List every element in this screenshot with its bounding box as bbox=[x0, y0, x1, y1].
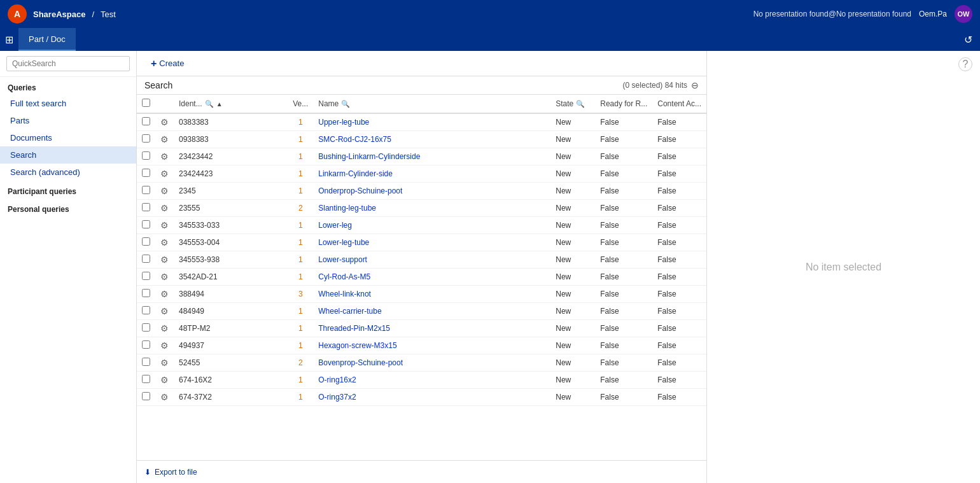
topbar-left: A ShareAspace / Test bbox=[8, 4, 116, 24]
export-button[interactable]: ⬇ Export to file bbox=[144, 468, 197, 477]
row-name[interactable]: Lower-leg bbox=[313, 217, 550, 234]
row-gear-button[interactable]: ⚙ bbox=[160, 255, 169, 265]
row-name[interactable]: O-ring16x2 bbox=[313, 372, 550, 389]
th-content-label: Content Ac... bbox=[657, 99, 701, 108]
row-checkbox[interactable] bbox=[142, 169, 150, 177]
row-name[interactable]: Wheel-carrier-tube bbox=[313, 303, 550, 320]
quicksearch-input[interactable] bbox=[6, 56, 130, 71]
sidebar-item-full-text-search[interactable]: Full text search bbox=[0, 95, 136, 112]
sidebar-item-label: Full text search bbox=[10, 99, 66, 108]
row-gear-button[interactable]: ⚙ bbox=[160, 117, 169, 127]
th-name[interactable]: Name 🔍 bbox=[313, 95, 550, 113]
row-checkbox[interactable] bbox=[142, 358, 150, 366]
row-checkbox[interactable] bbox=[142, 203, 150, 211]
row-name[interactable]: SMC-Rod-CJ2-16x75 bbox=[313, 131, 550, 148]
row-name[interactable]: Upper-leg-tube bbox=[313, 113, 550, 131]
row-checkbox[interactable] bbox=[142, 306, 150, 314]
row-gear-button[interactable]: ⚙ bbox=[160, 220, 169, 230]
row-ver: 1 bbox=[288, 234, 313, 251]
row-name[interactable]: Slanting-leg-tube bbox=[313, 200, 550, 217]
row-gear-button[interactable]: ⚙ bbox=[160, 392, 169, 402]
row-ident: 0938383 bbox=[174, 131, 288, 148]
row-name[interactable]: Wheel-link-knot bbox=[313, 286, 550, 303]
row-name[interactable]: Linkarm-Cylinder-side bbox=[313, 165, 550, 183]
row-gear-cell: ⚙ bbox=[155, 113, 174, 131]
row-name[interactable]: Hexagon-screw-M3x15 bbox=[313, 337, 550, 354]
app-logo[interactable]: A bbox=[8, 4, 27, 24]
main-layout: Queries Full text search Parts Documents… bbox=[0, 51, 980, 483]
th-ident[interactable]: Ident... 🔍 ▲ bbox=[174, 95, 288, 113]
th-ver[interactable]: Ve... bbox=[288, 95, 313, 113]
create-button[interactable]: + Create bbox=[144, 55, 190, 72]
row-name[interactable]: Threaded-Pin-M2x15 bbox=[313, 320, 550, 337]
row-checkbox[interactable] bbox=[142, 134, 150, 143]
row-name[interactable]: Bushing-Linkarm-Cylinderside bbox=[313, 148, 550, 165]
table-row: ⚙ 494937 1 Hexagon-screw-M3x15 New False… bbox=[137, 337, 706, 354]
sidebar-item-search[interactable]: Search bbox=[0, 146, 136, 164]
sidebar-item-parts[interactable]: Parts bbox=[0, 112, 136, 129]
row-state: New bbox=[550, 337, 595, 354]
row-checkbox[interactable] bbox=[142, 220, 150, 228]
row-checkbox[interactable] bbox=[142, 272, 150, 280]
hits-text: (0 selected) 84 hits bbox=[623, 81, 687, 90]
help-icon[interactable]: ? bbox=[958, 57, 972, 71]
row-name[interactable]: Onderprop-Schuine-poot bbox=[313, 183, 550, 200]
row-checkbox[interactable] bbox=[142, 117, 150, 125]
row-gear-button[interactable]: ⚙ bbox=[160, 358, 169, 368]
row-name[interactable]: O-ring37x2 bbox=[313, 389, 550, 406]
row-ready: False bbox=[595, 337, 652, 354]
row-checkbox[interactable] bbox=[142, 340, 150, 349]
row-gear-button[interactable]: ⚙ bbox=[160, 169, 169, 179]
row-checkbox[interactable] bbox=[142, 255, 150, 263]
search-icon-state[interactable]: 🔍 bbox=[576, 100, 585, 108]
row-gear-button[interactable]: ⚙ bbox=[160, 203, 169, 213]
row-checkbox[interactable] bbox=[142, 186, 150, 194]
sidebar-item-search-advanced[interactable]: Search (advanced) bbox=[0, 164, 136, 181]
row-checkbox[interactable] bbox=[142, 323, 150, 332]
row-name[interactable]: Bovenprop-Schuine-poot bbox=[313, 354, 550, 372]
row-gear-button[interactable]: ⚙ bbox=[160, 272, 169, 282]
row-gear-button[interactable]: ⚙ bbox=[160, 134, 169, 144]
row-gear-button[interactable]: ⚙ bbox=[160, 323, 169, 333]
topbar: A ShareAspace / Test No presentation fou… bbox=[0, 0, 980, 28]
row-name[interactable]: Lower-support bbox=[313, 251, 550, 269]
row-ver: 1 bbox=[288, 251, 313, 269]
search-icon-name[interactable]: 🔍 bbox=[341, 100, 350, 108]
user-avatar[interactable]: OW bbox=[955, 5, 972, 23]
row-checkbox[interactable] bbox=[142, 375, 150, 383]
row-content: False bbox=[652, 148, 706, 165]
row-checkbox[interactable] bbox=[142, 237, 150, 246]
row-name[interactable]: Lower-leg-tube bbox=[313, 234, 550, 251]
row-gear-button[interactable]: ⚙ bbox=[160, 186, 169, 196]
toolbar: + Create bbox=[137, 51, 706, 76]
row-gear-button[interactable]: ⚙ bbox=[160, 289, 169, 299]
th-ready[interactable]: Ready for R... bbox=[595, 95, 652, 113]
select-all-checkbox[interactable] bbox=[142, 99, 150, 107]
row-state: New bbox=[550, 269, 595, 286]
export-label: Export to file bbox=[155, 468, 197, 477]
row-gear-button[interactable]: ⚙ bbox=[160, 306, 169, 316]
row-gear-cell: ⚙ bbox=[155, 251, 174, 269]
row-checkbox[interactable] bbox=[142, 392, 150, 400]
row-name[interactable]: Cyl-Rod-As-M5 bbox=[313, 269, 550, 286]
zoom-out-icon[interactable]: ⊖ bbox=[691, 80, 699, 90]
grid-icon[interactable]: ⊞ bbox=[5, 34, 13, 46]
table-row: ⚙ 345553-938 1 Lower-support New False F… bbox=[137, 251, 706, 269]
sidebar-item-documents[interactable]: Documents bbox=[0, 129, 136, 146]
row-gear-button[interactable]: ⚙ bbox=[160, 151, 169, 162]
row-gear-button[interactable]: ⚙ bbox=[160, 237, 169, 248]
row-gear-button[interactable]: ⚙ bbox=[160, 340, 169, 351]
tab-part-doc[interactable]: Part / Doc bbox=[18, 28, 76, 51]
history-icon[interactable]: ↺ bbox=[962, 31, 975, 48]
row-checkbox[interactable] bbox=[142, 151, 150, 160]
search-icon-ident[interactable]: 🔍 bbox=[205, 100, 214, 108]
row-checkbox[interactable] bbox=[142, 289, 150, 297]
row-checkbox-cell bbox=[137, 165, 155, 183]
row-gear-cell: ⚙ bbox=[155, 165, 174, 183]
row-gear-button[interactable]: ⚙ bbox=[160, 375, 169, 385]
row-state: New bbox=[550, 303, 595, 320]
th-content[interactable]: Content Ac... bbox=[652, 95, 706, 113]
row-ver: 1 bbox=[288, 389, 313, 406]
table-row: ⚙ 0938383 1 SMC-Rod-CJ2-16x75 New False … bbox=[137, 131, 706, 148]
th-state[interactable]: State 🔍 bbox=[550, 95, 595, 113]
